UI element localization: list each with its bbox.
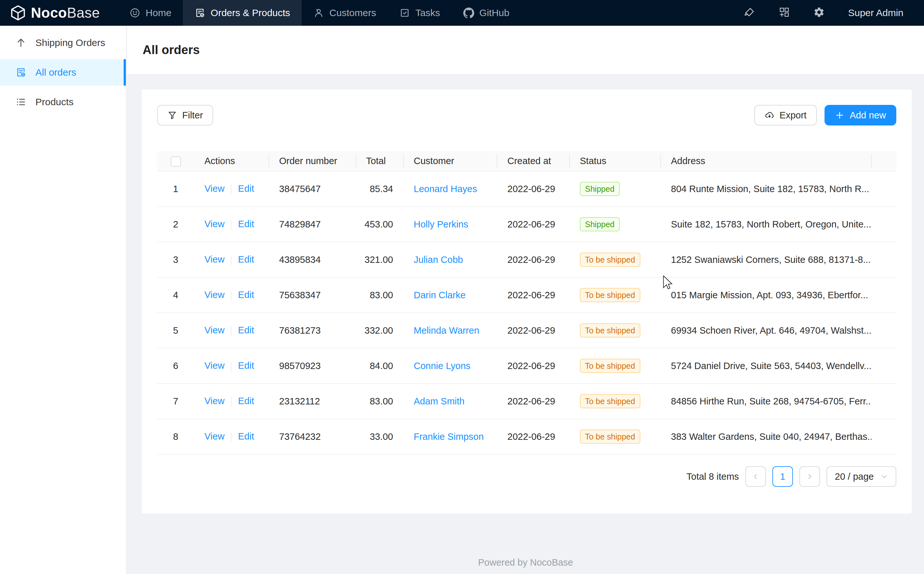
actions-cell: ViewEdit xyxy=(194,171,269,207)
status-cell: To be shipped xyxy=(570,348,661,383)
order-total: 33.00 xyxy=(356,419,403,454)
select-all-checkbox[interactable] xyxy=(171,156,181,167)
action-divider xyxy=(231,432,232,442)
customer-link[interactable]: Connie Lyons xyxy=(414,361,471,371)
export-button[interactable]: Export xyxy=(754,105,817,126)
order-total: 84.00 xyxy=(356,348,403,383)
created-at: 2022-06-29 xyxy=(497,207,570,242)
action-divider xyxy=(231,291,232,301)
customer-cell: Leonard Hayes xyxy=(403,171,497,207)
chevron-left-icon xyxy=(752,473,759,480)
customer-link[interactable]: Leonard Hayes xyxy=(414,184,477,194)
address-cell: 383 Walter Gardens, Suite 040, 24947, Be… xyxy=(661,419,872,454)
nav-item-orders-products[interactable]: Orders & Products xyxy=(183,0,302,26)
plugins-icon[interactable] xyxy=(779,6,790,19)
order-number: 43895834 xyxy=(269,242,356,278)
filter-button[interactable]: Filter xyxy=(157,105,213,126)
chevron-down-icon xyxy=(881,473,888,480)
pagination-total: Total 8 items xyxy=(686,472,739,482)
prev-page-button[interactable] xyxy=(746,466,766,487)
orders-table-body: 1 ViewEdit 38475647 85.34 Leonard Hayes … xyxy=(157,171,896,454)
list-icon xyxy=(16,96,27,107)
row-index: 8 xyxy=(157,419,194,454)
sidebar-item-products[interactable]: Products xyxy=(0,89,126,115)
edit-link[interactable]: Edit xyxy=(238,360,254,371)
view-link[interactable]: View xyxy=(204,360,224,371)
edit-link[interactable]: Edit xyxy=(238,290,254,300)
nav-item-github[interactable]: GitHub xyxy=(452,0,521,26)
row-spacer xyxy=(872,207,896,242)
header-created-at: Created at xyxy=(497,151,570,171)
customer-link[interactable]: Melinda Warren xyxy=(414,325,479,336)
view-link[interactable]: View xyxy=(204,290,224,300)
nav-item-tasks[interactable]: Tasks xyxy=(388,0,452,26)
row-spacer xyxy=(872,278,896,313)
sidebar: Shipping Orders All orders Products xyxy=(0,26,126,574)
customer-cell: Julian Cobb xyxy=(403,242,497,278)
page-title: All orders xyxy=(143,43,200,57)
view-link[interactable]: View xyxy=(204,431,224,442)
customer-link[interactable]: Adam Smith xyxy=(414,396,464,406)
view-link[interactable]: View xyxy=(204,183,224,194)
edit-link[interactable]: Edit xyxy=(238,431,254,442)
user-menu[interactable]: Super Admin xyxy=(848,7,903,18)
status-cell: To be shipped xyxy=(570,278,661,313)
edit-link[interactable]: Edit xyxy=(238,254,254,265)
edit-link[interactable]: Edit xyxy=(238,219,254,229)
nav-item-label: Customers xyxy=(329,7,376,18)
orders-table: Actions Order number Total Customer Crea… xyxy=(157,151,896,455)
nav-item-home[interactable]: Home xyxy=(118,0,183,26)
settings-gear-icon[interactable] xyxy=(813,6,825,19)
row-spacer xyxy=(872,348,896,383)
action-divider xyxy=(231,397,232,407)
next-page-button[interactable] xyxy=(799,466,820,487)
created-at: 2022-06-29 xyxy=(497,383,570,419)
view-link[interactable]: View xyxy=(204,219,224,229)
sidebar-item-all-orders[interactable]: All orders xyxy=(0,59,126,85)
row-index: 2 xyxy=(157,207,194,242)
actions-cell: ViewEdit xyxy=(194,383,269,419)
status-cell: To be shipped xyxy=(570,383,661,419)
nav-right: Super Admin xyxy=(744,6,924,19)
customer-link[interactable]: Frankie Simpson xyxy=(414,432,484,442)
customer-link[interactable]: Holly Perkins xyxy=(414,219,468,229)
add-new-button[interactable]: Add new xyxy=(824,105,896,126)
edit-link[interactable]: Edit xyxy=(238,396,254,406)
row-index: 5 xyxy=(157,313,194,348)
nav-item-label: Tasks xyxy=(415,7,440,18)
cloud-download-icon xyxy=(764,110,774,120)
row-index: 6 xyxy=(157,348,194,383)
view-link[interactable]: View xyxy=(204,396,224,406)
nocobase-logo[interactable]: NocoBase xyxy=(9,5,100,21)
page-1-button[interactable]: 1 xyxy=(772,466,793,487)
address-cell: 1252 Swaniawski Corners, Suite 688, 8137… xyxy=(661,242,872,278)
sidebar-item-label: All orders xyxy=(35,67,76,78)
row-index: 3 xyxy=(157,242,194,278)
table-row: 8 ViewEdit 73764232 33.00 Frankie Simpso… xyxy=(157,419,896,454)
view-link[interactable]: View xyxy=(204,254,224,265)
edit-link[interactable]: Edit xyxy=(238,325,254,335)
page-size-select[interactable]: 20 / page xyxy=(826,466,896,487)
nav-item-customers[interactable]: Customers xyxy=(302,0,388,26)
customer-link[interactable]: Julian Cobb xyxy=(414,254,463,265)
customer-link[interactable]: Darin Clarke xyxy=(414,290,466,300)
actions-cell: ViewEdit xyxy=(194,348,269,383)
table-header-row: Actions Order number Total Customer Crea… xyxy=(157,151,896,171)
address-cell: 84856 Hirthe Run, Suite 268, 94754-6705,… xyxy=(661,383,872,419)
edit-link[interactable]: Edit xyxy=(238,183,254,194)
add-new-button-label: Add new xyxy=(850,110,886,121)
order-number: 73764232 xyxy=(269,419,356,454)
order-number: 98570923 xyxy=(269,348,356,383)
sidebar-item-shipping-orders[interactable]: Shipping Orders xyxy=(0,30,126,56)
row-spacer xyxy=(872,419,896,454)
view-link[interactable]: View xyxy=(204,325,224,335)
customer-cell: Melinda Warren xyxy=(403,313,497,348)
order-total: 83.00 xyxy=(356,383,403,419)
address-cell: 804 Runte Mission, Suite 182, 15783, Nor… xyxy=(661,171,872,207)
status-badge: To be shipped xyxy=(580,323,640,337)
pagination: Total 8 items 1 20 / page xyxy=(157,466,896,487)
actions-cell: ViewEdit xyxy=(194,419,269,454)
status-badge: To be shipped xyxy=(580,288,640,302)
ui-editor-highlighter-icon[interactable] xyxy=(744,6,755,19)
order-doc-icon xyxy=(16,67,27,78)
